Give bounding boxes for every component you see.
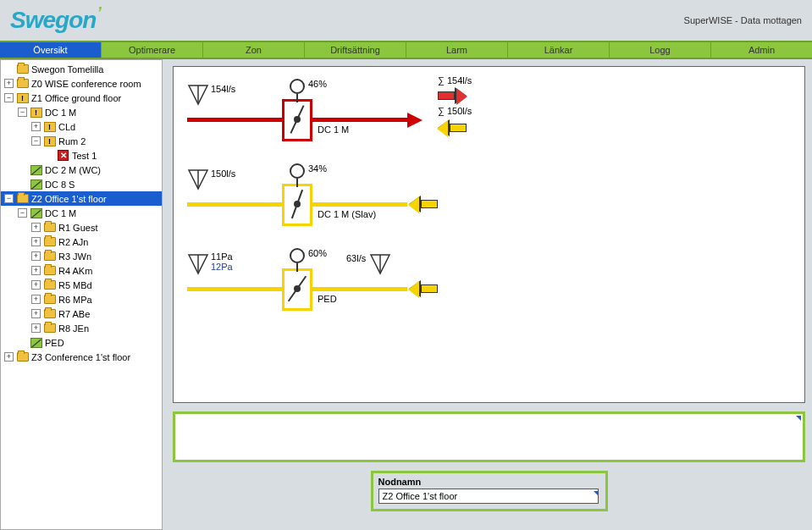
expand-icon[interactable]: + [31,323,41,333]
flow-row-ped: 11Pa 12Pa 60% PED 63l/s [187,246,791,314]
tree-label: DC 8 S [45,179,75,190]
damper-actuator-icon [290,248,305,263]
damper-percent: 60% [308,248,327,258]
collapse-icon[interactable]: − [18,108,27,117]
status-text: SuperWISE - Data mottagen [684,15,802,25]
warning-icon: ! [43,135,56,146]
tree-label: DC 1 M [45,108,76,118]
collapse-icon[interactable]: − [18,208,27,218]
tree-label: R7 ABe [58,309,90,319]
nav-zon[interactable]: Zon [203,42,305,58]
folder-icon [43,251,56,262]
tree-node[interactable]: +Z0 WISE conference room [1,76,162,91]
collapse-icon[interactable]: − [4,194,14,203]
nav-driftsättning[interactable]: Driftsättning [305,42,406,58]
tree-label: R8 JEn [58,323,89,334]
tree-label: R3 JWn [58,251,91,262]
nodnamn-panel: Nodnamn [371,471,608,511]
tree-node[interactable]: −Z2 Office 1'st floor [1,191,162,206]
flow-row-dc1m-slave: 150l/s 34% DC 1 M (Slav) [187,162,791,229]
tree-node[interactable]: +R7 ABe [1,306,162,321]
tree-label: R5 MBd [58,280,92,290]
damper-percent: 34% [308,163,327,174]
sensor-value-2: 63l/s [346,253,366,263]
nodnamn-input[interactable] [378,489,599,504]
folder-icon [43,323,56,334]
nav-logg[interactable]: Logg [610,42,711,58]
tree-node[interactable]: +R6 MPa [1,292,162,306]
tree-label: Test 1 [72,151,97,161]
expand-icon[interactable]: + [31,280,41,290]
tree-node[interactable]: DC 2 M (WC) [1,163,162,177]
antenna-icon [187,84,209,106]
tree-node[interactable]: +!CLd [1,119,162,134]
tree-label: CLd [58,122,75,132]
sensor-value-pa: 11Pa [211,251,233,262]
folder-icon [16,78,29,89]
expand-icon[interactable]: + [31,295,41,304]
folder-icon [43,222,56,233]
logo: Swegon ’ [10,7,101,34]
tree-node[interactable]: −!Z1 Office ground floor [1,91,162,105]
ok-icon [30,179,42,190]
content-area: 154l/s 46% DC 1 M ∑ 154l/s ∑ 150l/s [163,59,812,530]
nodnamn-label: Nodnamn [378,477,600,487]
folder-icon [43,294,56,305]
tree-node[interactable]: +R2 AJn [1,235,162,249]
tree-node[interactable]: +R4 AKm [1,263,162,278]
diagram-panel: 154l/s 46% DC 1 M ∑ 154l/s ∑ 150l/s [173,66,805,403]
tree-sidebar[interactable]: Swegon Tomelilla+Z0 WISE conference room… [0,59,163,530]
expand-icon[interactable]: + [4,79,14,88]
nav-larm[interactable]: Larm [406,42,508,58]
error-icon: ✕ [57,150,69,161]
nav-optimerare[interactable]: Optimerare [102,42,203,58]
expand-icon[interactable]: + [31,223,41,232]
folder-icon [43,265,56,276]
nav-översikt[interactable]: Översikt [0,42,102,58]
expand-icon[interactable]: + [31,237,41,246]
expand-icon[interactable]: + [31,266,41,275]
tree-node[interactable]: +Z3 Conference 1'st floor [1,350,162,364]
arrow-right-icon [407,113,423,128]
tree-node[interactable]: −DC 1 M [1,206,162,220]
tree-node[interactable]: +R3 JWn [1,249,162,263]
tree-label: PED [45,338,64,348]
logo-accent-icon: ’ [97,3,101,23]
damper-percent: 46% [308,79,327,89]
tree-node[interactable]: −!DC 1 M [1,105,162,119]
tree-node[interactable]: +R5 MBd [1,278,162,292]
expand-icon[interactable]: + [4,352,14,362]
tree-label: Rum 2 [58,136,86,146]
antenna-icon [187,168,209,190]
expand-icon[interactable]: + [31,122,41,131]
damper-name: DC 1 M [318,124,349,135]
sensor-value: 150l/s [211,168,235,179]
sensor-value: 154l/s [211,84,235,94]
tree-label: R6 MPa [58,295,92,305]
collapse-icon[interactable]: − [31,136,41,146]
tree-label: R1 Guest [58,223,97,233]
tree-node[interactable]: Swegon Tomelilla [1,62,162,76]
damper-stem-icon [296,94,298,102]
info-panel[interactable] [173,411,805,462]
expand-icon[interactable]: + [31,309,41,318]
collapse-icon[interactable]: − [4,93,14,102]
tree-node[interactable]: +R8 JEn [1,321,162,335]
tree-label: R2 AJn [58,237,88,247]
warning-icon: ! [43,121,56,132]
tree-label: DC 1 M [45,208,76,218]
ok-icon [30,337,42,348]
tree-node[interactable]: DC 8 S [1,177,162,191]
tree-node[interactable]: ✕Test 1 [1,148,162,163]
folder-icon [43,308,56,319]
tree-label: Z1 Office ground floor [31,93,121,103]
sum-supply: ∑ 154l/s [438,75,472,86]
nav-admin[interactable]: Admin [711,42,812,58]
tree-node[interactable]: −!Rum 2 [1,134,162,148]
nav-länkar[interactable]: Länkar [508,42,610,58]
tree-node[interactable]: PED [1,335,162,350]
tree-node[interactable]: +R1 Guest [1,220,162,235]
damper-actuator-icon [290,163,305,179]
expand-icon[interactable]: + [31,251,41,261]
header: Swegon ’ SuperWISE - Data mottagen [0,0,812,41]
